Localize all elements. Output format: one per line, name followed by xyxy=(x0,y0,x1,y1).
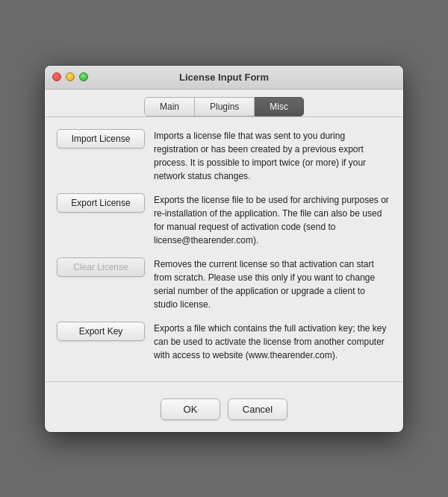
traffic-lights xyxy=(52,72,88,81)
title-bar: License Input Form xyxy=(45,66,403,90)
clear-license-description: Removes the current license so that acti… xyxy=(154,257,391,311)
footer-separator xyxy=(45,381,403,382)
tabs-bar: Main Plugins Misc xyxy=(45,90,403,117)
close-button[interactable] xyxy=(52,72,61,81)
tab-plugins[interactable]: Plugins xyxy=(195,97,255,116)
content-area: Import License Imports a license file th… xyxy=(45,117,403,381)
row-clear-license: Clear License Removes the current licens… xyxy=(57,257,391,311)
ok-button[interactable]: OK xyxy=(161,398,220,420)
footer: OK Cancel xyxy=(45,393,403,432)
export-key-button[interactable]: Export Key xyxy=(57,322,145,341)
row-export-license: Export License Exports the license file … xyxy=(57,193,391,247)
tab-misc[interactable]: Misc xyxy=(255,97,304,116)
export-license-description: Exports the license file to be used for … xyxy=(154,193,391,247)
cancel-button[interactable]: Cancel xyxy=(228,398,287,420)
window-title: License Input Form xyxy=(179,72,269,83)
import-license-description: Imports a license file that was sent to … xyxy=(154,129,391,183)
import-license-button[interactable]: Import License xyxy=(57,129,145,149)
tab-main[interactable]: Main xyxy=(144,97,195,116)
maximize-button[interactable] xyxy=(79,72,88,81)
minimize-button[interactable] xyxy=(66,72,75,81)
export-key-description: Exports a file which contains the full a… xyxy=(154,322,391,362)
row-import-license: Import License Imports a license file th… xyxy=(57,129,391,183)
license-input-form: License Input Form Main Plugins Misc Imp… xyxy=(45,66,403,432)
export-license-button[interactable]: Export License xyxy=(57,193,145,213)
row-export-key: Export Key Exports a file which contains… xyxy=(57,322,391,362)
clear-license-button[interactable]: Clear License xyxy=(57,257,145,277)
